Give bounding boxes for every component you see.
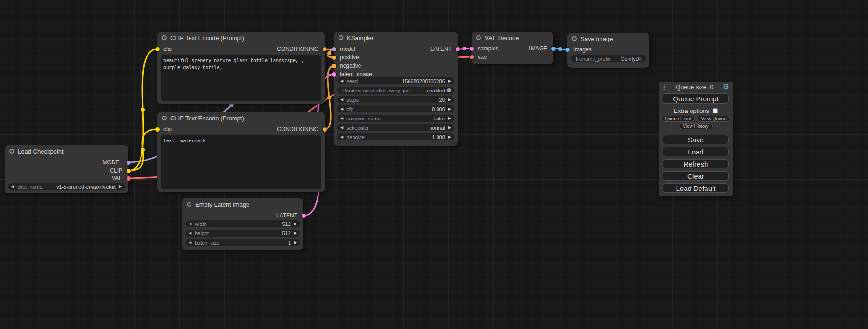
node-title-bar[interactable]: KSampler — [334, 32, 458, 44]
widget-sampler-name[interactable]: ◀ sampler_name euler ▶ — [337, 115, 454, 122]
decrement-arrow-icon[interactable]: ◀ — [11, 185, 14, 189]
widget-random-seed-toggle[interactable]: Random seed after every gen enabled — [337, 87, 454, 94]
view-queue-button[interactable]: View Queue — [697, 116, 730, 122]
conditioning-slot-dot[interactable] — [323, 127, 327, 132]
decrement-arrow-icon[interactable]: ◀ — [340, 98, 343, 102]
decrement-arrow-icon[interactable]: ◀ — [340, 107, 343, 111]
decrement-arrow-icon[interactable]: ◀ — [340, 117, 343, 120]
model-slot-dot[interactable] — [127, 161, 131, 165]
toggle-dot[interactable] — [447, 88, 451, 92]
increment-arrow-icon[interactable]: ▶ — [448, 98, 451, 102]
vae-slot-dot[interactable] — [470, 55, 474, 59]
settings-gear-icon[interactable]: ⚙ — [723, 83, 729, 91]
slot-label: vae — [478, 54, 487, 60]
slot-label: LATENT — [276, 212, 297, 219]
decrement-arrow-icon[interactable]: ◀ — [340, 126, 343, 130]
decrement-arrow-icon[interactable]: ◀ — [189, 231, 191, 235]
widget-denoise[interactable]: ◀ denoise 1.000 ▶ — [337, 133, 454, 140]
image-slot-dot[interactable] — [551, 47, 556, 51]
slot-label: CONDITIONING — [277, 46, 318, 52]
node-title-label: VAE Decode — [485, 35, 519, 42]
node-vae-decode[interactable]: VAE Decode samples IMAGE vae — [472, 32, 553, 64]
refresh-button[interactable]: Refresh — [663, 159, 729, 168]
increment-arrow-icon[interactable]: ▶ — [448, 117, 451, 120]
decrement-arrow-icon[interactable]: ◀ — [340, 135, 343, 139]
widget-value: euler — [433, 116, 445, 121]
node-clip-text-encode-positive[interactable]: CLIP Text Encode (Prompt) clip CONDITION… — [157, 32, 325, 104]
latent-slot-dot[interactable] — [456, 47, 460, 51]
drag-handle-icon[interactable]: ⣿ — [662, 84, 666, 90]
load-button[interactable]: Load — [663, 147, 729, 156]
node-title-bar[interactable]: Load Checkpoint — [5, 145, 128, 157]
node-load-checkpoint[interactable]: Load Checkpoint MODEL CLIP VAE ◀ ckpt_na… — [5, 145, 128, 193]
widget-value: 20 — [439, 97, 445, 103]
increment-arrow-icon[interactable]: ▶ — [448, 107, 451, 111]
widget-steps[interactable]: ◀ steps 20 ▶ — [337, 96, 454, 103]
increment-arrow-icon[interactable]: ▶ — [294, 241, 297, 245]
node-title-bar[interactable]: VAE Decode — [472, 32, 553, 44]
extra-options-checkbox[interactable] — [713, 108, 718, 113]
input-slot-vae: vae — [472, 53, 553, 61]
widget-cfg[interactable]: ◀ cfg 8.000 ▶ — [337, 105, 454, 112]
conditioning-slot-dot[interactable] — [332, 56, 336, 60]
widget-name: filename_prefix — [576, 56, 611, 62]
latent-slot-dot[interactable] — [332, 72, 336, 77]
collapse-dot[interactable] — [162, 116, 167, 120]
widget-value: enabled — [427, 88, 445, 93]
increment-arrow-icon[interactable]: ▶ — [448, 79, 451, 83]
widget-ckpt-name[interactable]: ◀ ckpt_name v1-5-pruned-emaonly.ckpt ▶ — [8, 183, 125, 190]
node-title-bar[interactable]: CLIP Text Encode (Prompt) — [157, 32, 325, 44]
load-default-button[interactable]: Load Default — [663, 183, 729, 193]
view-history-button[interactable]: View History — [679, 123, 712, 129]
collapse-dot[interactable] — [187, 202, 191, 207]
queue-prompt-button[interactable]: Queue Prompt — [663, 93, 729, 104]
clip-slot-dot[interactable] — [127, 169, 131, 173]
node-ksampler[interactable]: KSampler model LATENT positive negative … — [334, 32, 458, 146]
latent-slot-dot[interactable] — [302, 214, 306, 218]
widget-width[interactable]: ◀ width 512 ▶ — [185, 220, 300, 227]
slot-label: VAE — [112, 175, 122, 182]
collapse-dot[interactable] — [162, 35, 167, 40]
widget-name: seed — [346, 78, 358, 84]
widget-height[interactable]: ◀ height 512 ▶ — [185, 230, 300, 237]
widget-seed[interactable]: ◀ seed 156680208700286 ▶ — [337, 77, 454, 84]
output-slot-latent: LATENT — [409, 45, 458, 53]
node-title-bar[interactable]: CLIP Text Encode (Prompt) — [157, 112, 325, 124]
clear-button[interactable]: Clear — [663, 171, 729, 181]
widget-name: height — [195, 231, 209, 236]
increment-arrow-icon[interactable]: ▶ — [119, 185, 122, 189]
queue-front-button[interactable]: Queue Front — [661, 116, 695, 122]
collapse-dot[interactable] — [339, 35, 343, 40]
widget-scheduler[interactable]: ◀ scheduler normal ▶ — [337, 124, 454, 131]
conditioning-slot-dot[interactable] — [323, 47, 327, 51]
node-title-bar[interactable]: Empty Latent Image — [182, 198, 303, 210]
queue-size-label: Queue size: 0 — [666, 84, 723, 91]
prompt-textarea[interactable]: beautiful scenery nature glass bottle la… — [161, 55, 321, 101]
model-slot-dot[interactable] — [332, 47, 336, 51]
slot-label: CLIP — [110, 168, 122, 174]
increment-arrow-icon[interactable]: ▶ — [294, 231, 297, 235]
decrement-arrow-icon[interactable]: ◀ — [340, 79, 343, 83]
widget-batch-size[interactable]: ◀ batch_size 1 ▶ — [185, 239, 300, 246]
decrement-arrow-icon[interactable]: ◀ — [189, 222, 191, 226]
widget-filename-prefix[interactable]: filename_prefix ComfyUI — [571, 55, 646, 62]
increment-arrow-icon[interactable]: ▶ — [294, 222, 297, 226]
conditioning-slot-dot[interactable] — [332, 64, 336, 68]
image-slot-dot[interactable] — [565, 48, 570, 52]
node-save-image[interactable]: Save Image images filename_prefix ComfyU… — [567, 33, 649, 68]
save-button[interactable]: Save — [663, 135, 729, 144]
node-clip-text-encode-negative[interactable]: CLIP Text Encode (Prompt) clip CONDITION… — [157, 112, 325, 192]
collapse-dot[interactable] — [9, 149, 14, 154]
collapse-dot[interactable] — [476, 35, 481, 40]
node-empty-latent-image[interactable]: Empty Latent Image LATENT ◀ width 512 ▶ … — [182, 198, 303, 250]
increment-arrow-icon[interactable]: ▶ — [448, 126, 451, 130]
comfyui-canvas[interactable]: { "icons": { "left_arrow": "◀", "right_a… — [0, 0, 868, 329]
node-title-bar[interactable]: Save Image — [567, 33, 649, 45]
collapse-dot[interactable] — [572, 36, 577, 41]
decrement-arrow-icon[interactable]: ◀ — [189, 241, 191, 245]
vae-slot-dot[interactable] — [127, 176, 131, 181]
latent-slot-dot[interactable] — [470, 47, 474, 51]
prompt-textarea[interactable]: text, watermark — [161, 135, 321, 189]
input-slot-samples: samples — [472, 45, 521, 52]
increment-arrow-icon[interactable]: ▶ — [448, 135, 451, 139]
